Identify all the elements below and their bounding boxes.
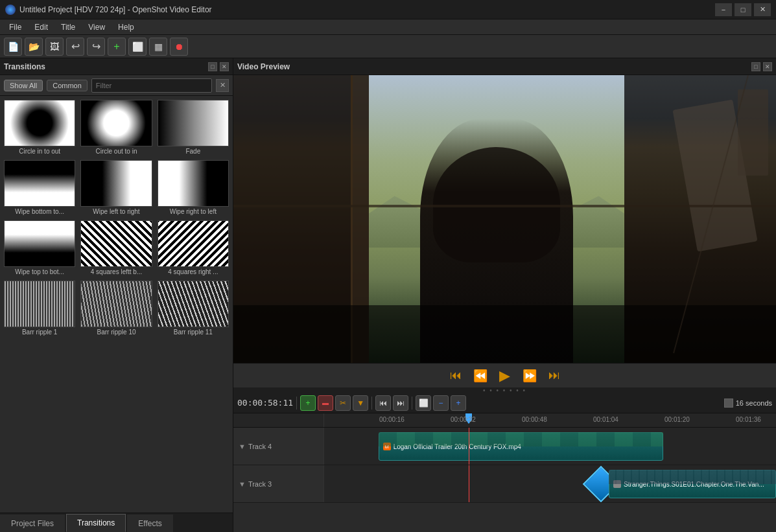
transition-circle-in-to-out[interactable]: Circle in to out [3, 98, 76, 156]
new-button[interactable]: 📄 [4, 38, 22, 56]
preview-panel-header: Video Preview □ ✕ [233, 58, 776, 75]
track-row-4: ▼ Track 4 M Logan Official Trailer 20th … [233, 428, 776, 465]
clip-logan[interactable]: M Logan Official Trailer 20th Century FO… [379, 432, 663, 461]
preview-close-button[interactable]: ✕ [763, 62, 772, 71]
redo-button[interactable]: ↪ [87, 38, 105, 56]
app-icon [5, 5, 16, 15]
filter-input[interactable] [91, 78, 212, 93]
track-arrow-3: ▼ [239, 480, 246, 488]
transition-label-wipe-left: Wipe left to right [80, 208, 152, 215]
maximize-button[interactable]: □ [735, 3, 751, 16]
transition-circle-out-to-in[interactable]: Circle out to in [79, 98, 153, 156]
transition-wipe-left[interactable]: Wipe left to right [79, 159, 153, 216]
transition-label-barr10: Barr ripple 10 [80, 329, 152, 336]
razor-tool-button[interactable]: ✂ [335, 395, 351, 411]
transition-thumb-4sq-right [158, 220, 229, 267]
undo-button[interactable]: ↩ [66, 38, 84, 56]
transition-thumb-wipe-right [158, 160, 229, 207]
transition-wipe-bottom[interactable]: Wipe bottom to... [3, 159, 76, 216]
transition-fade[interactable]: Fade [156, 98, 230, 156]
timeline-toolbar: 00:00:58:11 + ▬ ✂ ▼ ⏮ ⏭ ⬜ − + 16 seconds [233, 393, 776, 413]
zoom-minus-button[interactable]: − [433, 395, 449, 411]
tab-transitions[interactable]: Transitions [66, 514, 126, 532]
transition-label-4sq-left: 4 squares leftt b... [80, 268, 152, 275]
common-button[interactable]: Common [47, 80, 88, 91]
import-button[interactable]: + [108, 38, 126, 56]
close-button[interactable]: ✕ [754, 3, 771, 16]
remove-clip-button[interactable]: ▬ [318, 395, 333, 411]
transition-label-wipe-right: Wipe right to left [158, 208, 229, 215]
menu-title[interactable]: Title [54, 21, 82, 33]
minimize-button[interactable]: − [715, 3, 732, 16]
titlebar: Untitled Project [HDV 720 24p] - OpenSho… [0, 0, 776, 19]
transition-thumb-circle-in [4, 100, 75, 146]
arrow-down-button[interactable]: ▼ [353, 395, 368, 411]
transition-barr-10[interactable]: Barr ripple 10 [79, 279, 153, 337]
menu-edit[interactable]: Edit [28, 21, 54, 33]
transition-label-4sq-right: 4 squares right ... [158, 268, 229, 275]
export-button[interactable]: ▦ [149, 38, 167, 56]
transition-4sq-left[interactable]: 4 squares leftt b... [79, 219, 153, 277]
rewind-button[interactable]: ⏪ [471, 366, 490, 386]
timeline-ruler[interactable]: 00:00:16 00:00:32 00:00:48 00:01:04 00:0… [324, 413, 776, 427]
add-track-button[interactable]: + [300, 395, 316, 411]
skip-to-start-button[interactable]: ⏮ [446, 366, 465, 386]
transitions-panel-title: Transitions [4, 62, 45, 71]
transition-thumb-barr10 [80, 281, 152, 327]
preview-float-button[interactable]: □ [751, 62, 760, 71]
menubar: File Edit Title View Help [0, 19, 776, 35]
filter-clear-button[interactable]: ✕ [216, 79, 229, 92]
play-button[interactable]: ▶ [495, 366, 515, 386]
transition-label-fade: Fade [158, 148, 229, 155]
transition-thumb-wipe-bottom [4, 160, 75, 207]
track-label-3: ▼ Track 3 [233, 465, 324, 502]
transition-wipe-right[interactable]: Wipe right to left [156, 159, 230, 216]
panel-float-button[interactable]: □ [208, 62, 217, 71]
ruler-time-1: 00:00:32 [451, 416, 476, 423]
transition-4sq-right[interactable]: 4 squares right ... [156, 219, 230, 277]
jump-end-button[interactable]: ⏭ [393, 395, 408, 411]
fast-forward-button[interactable]: ⏩ [520, 366, 539, 386]
save-thumbnail-button[interactable]: 🖼 [45, 38, 64, 56]
transition-barr-11[interactable]: Barr ripple 11 [156, 279, 230, 337]
track-name-3: Track 3 [248, 480, 272, 488]
menu-help[interactable]: Help [112, 21, 141, 33]
video-preview-area [233, 75, 776, 363]
menu-view[interactable]: View [82, 21, 112, 33]
timeline-splitter[interactable]: • • • • • • • [233, 387, 776, 393]
clip-stranger-things[interactable]: Stranger.Things.S01E01.Chapter.One.The.V… [609, 470, 776, 498]
transition-wipe-top[interactable]: Wipe top to bot... [3, 219, 76, 277]
open-button[interactable]: 📂 [25, 38, 43, 56]
show-all-button[interactable]: Show All [4, 80, 43, 91]
panel-close-button[interactable]: ✕ [220, 62, 229, 71]
tab-effects[interactable]: Effects [127, 515, 172, 532]
playhead-line-3 [469, 465, 469, 502]
video-frame [233, 75, 776, 363]
skip-to-end-button[interactable]: ⏭ [545, 366, 564, 386]
track-name-4: Track 4 [248, 443, 272, 450]
right-panel: Video Preview □ ✕ [233, 58, 776, 532]
record-button[interactable]: ⏺ [170, 38, 188, 56]
zoom-plus-button[interactable]: + [451, 395, 466, 411]
transition-label-circle-out: Circle out to in [80, 148, 152, 155]
transition-thumb-wipe-left [80, 160, 152, 207]
ruler-time-3: 00:01:04 [593, 416, 618, 423]
transition-label-barr1: Barr ripple 1 [4, 329, 75, 336]
jump-start-button[interactable]: ⏮ [375, 395, 391, 411]
transition-barr-1[interactable]: Barr ripple 1 [3, 279, 76, 337]
left-panel: Transitions □ ✕ Show All Common ✕ Circle… [0, 58, 233, 532]
zoom-box-button[interactable]: ⬜ [416, 395, 431, 411]
playback-controls: ⏮ ⏪ ▶ ⏩ ⏭ [233, 363, 776, 387]
transition-label-circle-in: Circle in to out [4, 148, 75, 155]
fullscreen-button[interactable]: ⬜ [128, 38, 147, 56]
track-content-3[interactable]: Stranger.Things.S01E01.Chapter.One.The.V… [324, 465, 776, 502]
transition-thumb-barr11 [158, 281, 229, 327]
menu-file[interactable]: File [3, 21, 28, 33]
track-content-4[interactable]: M Logan Official Trailer 20th Century FO… [324, 428, 776, 465]
timeline-ruler-area: 00:00:16 00:00:32 00:00:48 00:01:04 00:0… [233, 413, 776, 428]
seconds-label: 16 seconds [736, 399, 772, 407]
tab-project-files[interactable]: Project Files [0, 515, 65, 532]
transition-thumb-circle-out [80, 100, 152, 146]
transition-thumb-fade [158, 100, 229, 146]
timecode-display: 00:00:58:11 [237, 398, 293, 408]
